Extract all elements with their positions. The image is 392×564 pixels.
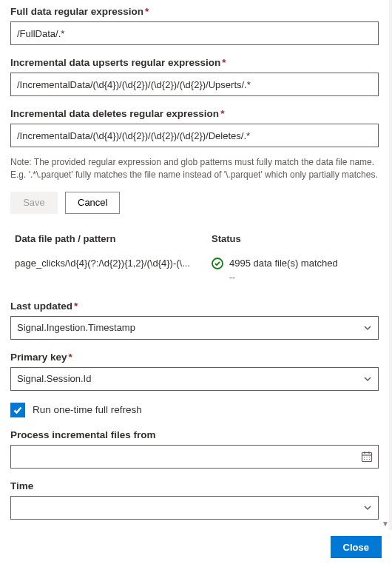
column-header-path: Data file path / pattern [15, 233, 212, 244]
cell-status: 4995 data file(s) matched -- [212, 258, 374, 283]
deletes-regex-input[interactable] [10, 124, 379, 147]
time-group: Time [10, 480, 379, 520]
cell-path: page_clicks/\d{4}(?:/\d{2}){1,2}/(\d{4})… [15, 258, 212, 269]
table-header: Data file path / pattern Status [15, 227, 374, 250]
settings-panel: Full data regular expression* Incrementa… [0, 0, 392, 530]
save-cancel-row: Save Cancel [10, 192, 379, 214]
checkmark-icon [13, 405, 23, 415]
chevron-down-icon [363, 323, 372, 332]
save-button: Save [10, 192, 58, 214]
required-indicator: * [220, 108, 224, 119]
last-updated-group: Last updated* Signal.Ingestion.Timestamp [10, 301, 379, 340]
scroll-down-arrow[interactable]: ▼ [379, 517, 392, 530]
primary-key-value: Signal.Session.Id [17, 373, 363, 384]
last-updated-select[interactable]: Signal.Ingestion.Timestamp [10, 316, 379, 340]
last-updated-label: Last updated* [10, 301, 379, 312]
deletes-regex-group: Incremental data deletes regular express… [10, 108, 379, 147]
required-indicator: * [69, 352, 72, 363]
upserts-regex-label: Incremental data upserts regular express… [10, 57, 379, 68]
file-pattern-table: Data file path / pattern Status page_cli… [10, 227, 379, 286]
regex-note: Note: The provided regular expression an… [10, 156, 379, 181]
required-indicator: * [74, 301, 78, 312]
upserts-regex-input[interactable] [10, 73, 379, 96]
primary-key-label: Primary key* [10, 352, 379, 363]
chevron-down-icon [363, 503, 372, 512]
column-header-status: Status [212, 233, 374, 244]
full-refresh-label: Run one-time full refresh [33, 404, 142, 415]
last-updated-value: Signal.Ingestion.Timestamp [17, 322, 363, 333]
required-indicator: * [222, 57, 226, 68]
deletes-regex-label: Incremental data deletes regular express… [10, 108, 379, 119]
status-text: 4995 data file(s) matched [229, 258, 338, 269]
time-select[interactable] [10, 496, 379, 520]
full-data-regex-group: Full data regular expression* [10, 6, 379, 45]
process-from-label: Process incremental files from [10, 429, 379, 440]
checkbox-box [10, 403, 25, 417]
full-data-regex-label: Full data regular expression* [10, 6, 379, 17]
process-from-input[interactable] [10, 445, 379, 469]
cancel-button[interactable]: Cancel [65, 192, 120, 214]
upserts-regex-group: Incremental data upserts regular express… [10, 57, 379, 96]
panel-footer: Close [0, 530, 392, 564]
required-indicator: * [145, 6, 149, 17]
process-from-group: Process incremental files from [10, 429, 379, 469]
close-button[interactable]: Close [331, 536, 382, 558]
full-refresh-checkbox[interactable]: Run one-time full refresh [10, 403, 379, 417]
checkmark-circle-icon [212, 258, 223, 269]
primary-key-group: Primary key* Signal.Session.Id [10, 352, 379, 391]
time-label: Time [10, 480, 379, 491]
full-data-regex-input[interactable] [10, 21, 379, 45]
table-row: page_clicks/\d{4}(?:/\d{2}){1,2}/(\d{4})… [15, 250, 374, 286]
status-subtext: -- [212, 272, 374, 283]
chevron-down-icon [363, 375, 372, 383]
primary-key-select[interactable]: Signal.Session.Id [10, 367, 379, 391]
